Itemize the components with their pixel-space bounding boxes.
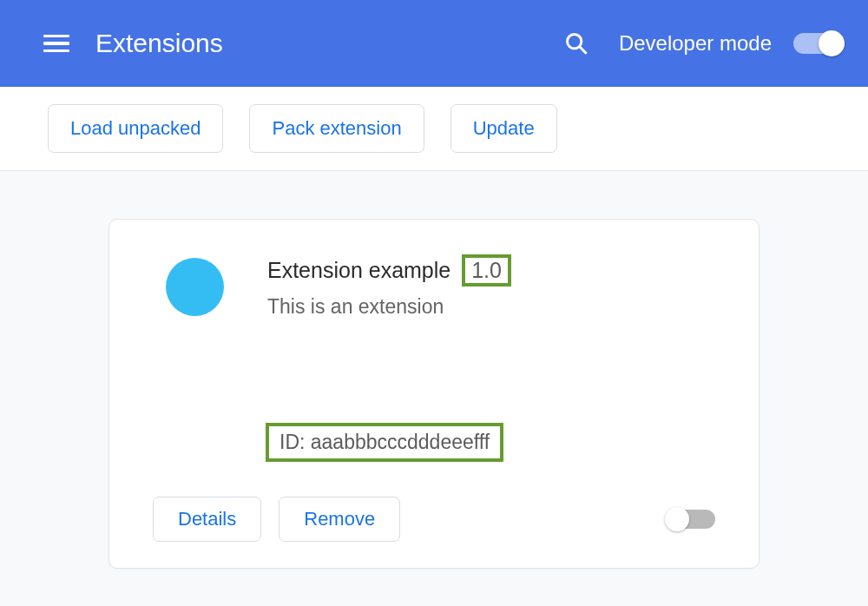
extension-actions: Details Remove xyxy=(153,497,715,542)
toggle-knob xyxy=(819,30,845,56)
extension-id-row: ID: aaabbbcccdddeeefff xyxy=(266,423,715,462)
remove-button[interactable]: Remove xyxy=(279,497,400,542)
extension-card-header: Extension example 1.0 This is an extensi… xyxy=(153,254,715,319)
header-bar: Extensions Developer mode xyxy=(0,0,868,87)
pack-extension-button[interactable]: Pack extension xyxy=(249,104,424,153)
main-content: Extension example 1.0 This is an extensi… xyxy=(0,171,868,606)
search-icon[interactable] xyxy=(564,31,589,56)
page-title: Extensions xyxy=(95,29,564,58)
toggle-knob xyxy=(665,507,689,531)
load-unpacked-button[interactable]: Load unpacked xyxy=(48,104,223,153)
extension-description: This is an extension xyxy=(267,295,511,319)
extension-info: Extension example 1.0 This is an extensi… xyxy=(267,254,511,319)
developer-mode-toggle[interactable] xyxy=(793,33,842,54)
svg-point-0 xyxy=(567,35,581,49)
extension-name: Extension example xyxy=(267,258,450,283)
menu-icon[interactable] xyxy=(43,35,69,53)
extension-id-value: aaabbbcccdddeeefff xyxy=(311,431,490,453)
extension-enable-toggle[interactable] xyxy=(667,510,715,529)
developer-mode-label: Developer mode xyxy=(619,31,772,56)
extension-title-row: Extension example 1.0 xyxy=(267,254,511,287)
svg-line-1 xyxy=(579,47,586,54)
extension-id-highlight: ID: aaabbbcccdddeeefff xyxy=(266,423,503,462)
developer-toolbar: Load unpacked Pack extension Update xyxy=(0,87,868,171)
extension-card: Extension example 1.0 This is an extensi… xyxy=(108,219,760,569)
update-button[interactable]: Update xyxy=(450,104,557,153)
details-button[interactable]: Details xyxy=(153,497,261,542)
extension-id-label: ID: xyxy=(279,431,305,453)
extension-version-highlight: 1.0 xyxy=(462,254,511,287)
extension-icon xyxy=(166,258,224,316)
